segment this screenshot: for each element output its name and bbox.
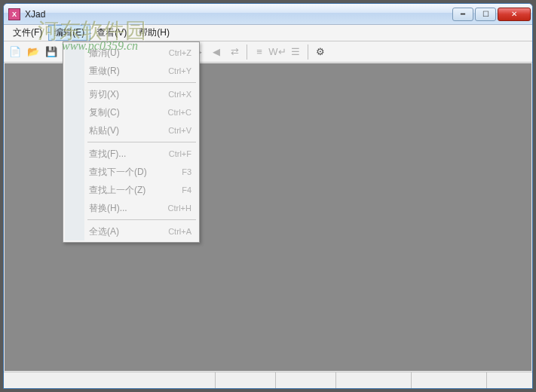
menu-find-prev[interactable]: 查找上一个(Z) F4 bbox=[65, 181, 198, 199]
menu-item-label: 撤消(U) bbox=[89, 47, 169, 60]
open-folder-icon[interactable]: 📂 bbox=[25, 44, 41, 60]
menu-copy[interactable]: 复制(C) Ctrl+C bbox=[65, 103, 198, 121]
status-bar bbox=[4, 372, 532, 388]
menu-item-shortcut: Ctrl+F bbox=[169, 149, 191, 158]
menu-item-shortcut: Ctrl+C bbox=[168, 108, 191, 117]
menu-item-shortcut: Ctrl+X bbox=[168, 90, 191, 99]
status-cell bbox=[4, 372, 216, 388]
new-file-icon[interactable]: 📄 bbox=[7, 44, 23, 60]
menu-item-label: 替换(H)... bbox=[89, 202, 168, 215]
menu-replace[interactable]: 替换(H)... Ctrl+H bbox=[65, 199, 198, 217]
app-icon: X bbox=[8, 8, 20, 20]
menu-item-label: 全选(A) bbox=[89, 225, 168, 238]
toolbar-separator bbox=[308, 44, 308, 60]
menu-file[interactable]: 文件(F) bbox=[7, 25, 48, 41]
menu-item-label: 查找(F)... bbox=[89, 148, 169, 161]
menu-bar: 文件(F) 编辑(E) 查看(V) 帮助(H) bbox=[4, 25, 532, 41]
status-cell bbox=[276, 372, 336, 388]
menu-item-label: 查找上一个(Z) bbox=[89, 184, 182, 197]
menu-item-shortcut: Ctrl+Z bbox=[169, 48, 191, 57]
menu-item-shortcut: Ctrl+Y bbox=[168, 66, 191, 75]
wrap-icon[interactable]: W↵ bbox=[269, 44, 286, 60]
app-window: X XJad ━ ☐ ✕ 文件(F) 编辑(E) 查看(V) 帮助(H) 📄 📂… bbox=[3, 3, 533, 389]
close-button[interactable]: ✕ bbox=[498, 8, 531, 21]
menu-item-shortcut: Ctrl+H bbox=[168, 204, 191, 213]
menu-separator bbox=[87, 82, 196, 83]
minimize-button[interactable]: ━ bbox=[452, 8, 473, 21]
menu-separator bbox=[87, 142, 196, 142]
menu-item-shortcut: Ctrl+V bbox=[168, 126, 191, 135]
maximize-button[interactable]: ☐ bbox=[475, 8, 496, 21]
window-title: XJad bbox=[25, 9, 45, 20]
status-cell bbox=[336, 372, 412, 388]
menu-redo[interactable]: 重做(R) Ctrl+Y bbox=[65, 62, 198, 80]
window-controls: ━ ☐ ✕ bbox=[452, 8, 531, 21]
save-icon[interactable]: 💾 bbox=[43, 44, 60, 60]
menu-edit[interactable]: 编辑(E) bbox=[48, 25, 90, 41]
replace-icon[interactable]: ⇄ bbox=[226, 44, 243, 60]
menu-item-label: 剪切(X) bbox=[89, 88, 168, 101]
status-cell bbox=[412, 372, 487, 388]
menu-find[interactable]: 查找(F)... Ctrl+F bbox=[65, 145, 198, 163]
settings-icon[interactable]: ⚙ bbox=[312, 44, 329, 60]
status-cell bbox=[487, 372, 532, 388]
menu-item-label: 重做(R) bbox=[89, 65, 168, 78]
menu-item-shortcut: Ctrl+A bbox=[168, 227, 191, 236]
title-bar: X XJad ━ ☐ ✕ bbox=[4, 4, 532, 25]
menu-paste[interactable]: 粘贴(V) Ctrl+V bbox=[65, 121, 198, 139]
menu-select-all[interactable]: 全选(A) Ctrl+A bbox=[65, 222, 198, 240]
menu-item-label: 粘贴(V) bbox=[89, 124, 168, 137]
find-prev-icon[interactable]: ◀ bbox=[208, 44, 225, 60]
list-icon[interactable]: ☰ bbox=[287, 44, 304, 60]
menu-find-next[interactable]: 查找下一个(D) F3 bbox=[65, 163, 198, 181]
edit-menu-dropdown: 撤消(U) Ctrl+Z 重做(R) Ctrl+Y 剪切(X) Ctrl+X 复… bbox=[63, 41, 200, 243]
menu-help[interactable]: 帮助(H) bbox=[133, 25, 176, 41]
align-icon[interactable]: ≡ bbox=[251, 44, 268, 60]
menu-view[interactable]: 查看(V) bbox=[90, 25, 133, 41]
menu-cut[interactable]: 剪切(X) Ctrl+X bbox=[65, 85, 198, 103]
status-cell bbox=[216, 372, 276, 388]
toolbar-separator bbox=[247, 44, 247, 60]
menu-item-label: 复制(C) bbox=[89, 106, 168, 119]
menu-undo[interactable]: 撤消(U) Ctrl+Z bbox=[65, 44, 198, 62]
menu-item-shortcut: F3 bbox=[182, 167, 191, 176]
menu-item-label: 查找下一个(D) bbox=[89, 166, 182, 179]
menu-item-shortcut: F4 bbox=[182, 185, 191, 194]
menu-separator bbox=[87, 219, 196, 220]
